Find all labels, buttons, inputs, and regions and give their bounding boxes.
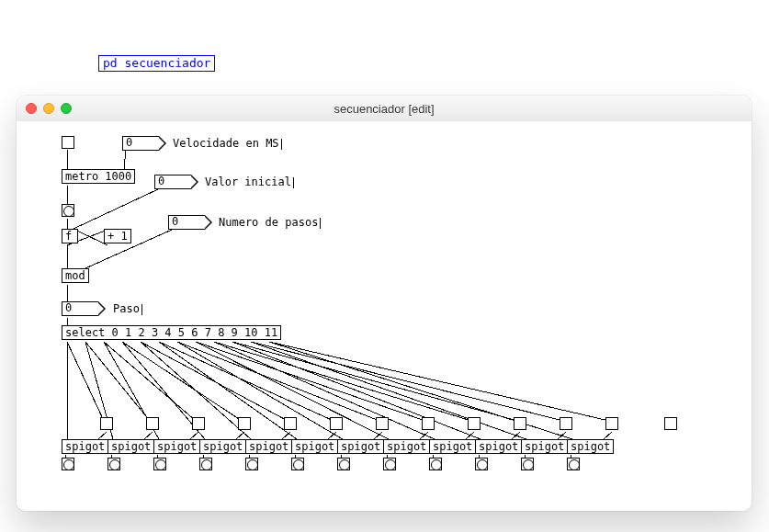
titlebar[interactable]: secuenciador [edit] — [17, 96, 752, 122]
spigot-object-5[interactable]: spigot — [291, 439, 338, 454]
svg-line-43 — [282, 432, 290, 439]
spigot-object-11[interactable]: spigot — [567, 439, 614, 454]
svg-line-5 — [74, 229, 107, 245]
svg-line-25 — [104, 342, 196, 421]
svg-line-39 — [190, 432, 198, 439]
initial-value-numbox[interactable]: 0 — [154, 175, 191, 189]
f-object[interactable]: f — [62, 229, 78, 243]
paso-numbox[interactable]: 0 — [62, 301, 98, 316]
step-toggle-5[interactable] — [330, 417, 343, 430]
steps-numbox[interactable]: 0 — [168, 215, 205, 230]
svg-line-55 — [558, 432, 566, 439]
metro-object[interactable]: metro 1000 — [62, 169, 135, 184]
spigot-object-2[interactable]: spigot — [153, 439, 200, 454]
paso-label: Paso — [113, 303, 142, 315]
spigot-object-3[interactable]: spigot — [199, 439, 246, 454]
step-toggle-0[interactable] — [100, 417, 113, 430]
step-toggle-7[interactable] — [422, 417, 435, 430]
step-bang-4[interactable] — [245, 458, 258, 470]
step-bang-9[interactable] — [475, 458, 488, 470]
svg-line-34 — [269, 342, 609, 421]
svg-line-51 — [466, 432, 474, 439]
svg-line-26 — [122, 342, 242, 421]
maximize-icon[interactable] — [61, 103, 72, 114]
svg-line-20 — [232, 342, 481, 439]
step-bang-1[interactable] — [107, 458, 120, 470]
window-title: secuenciador [edit] — [17, 102, 752, 116]
step-bang-6[interactable] — [337, 458, 350, 470]
step-bang-8[interactable] — [429, 458, 442, 470]
step-bang-11[interactable] — [567, 458, 580, 470]
extra-step-toggle[interactable] — [664, 417, 677, 430]
spigot-object-10[interactable]: spigot — [521, 439, 568, 454]
velocity-label: Velocidade en MS — [173, 138, 282, 150]
plus1-object[interactable]: + 1 — [104, 229, 131, 243]
step-toggle-4[interactable] — [284, 417, 297, 430]
spigot-object-0[interactable]: spigot — [62, 439, 108, 454]
svg-line-31 — [214, 342, 471, 421]
svg-line-27 — [141, 342, 288, 421]
svg-line-33 — [251, 342, 563, 421]
svg-line-32 — [232, 342, 517, 421]
svg-line-57 — [604, 432, 612, 439]
svg-line-28 — [159, 342, 334, 421]
select-object[interactable]: select 0 1 2 3 4 5 6 7 8 9 10 11 — [62, 325, 281, 340]
step-toggle-11[interactable] — [605, 417, 618, 430]
svg-line-30 — [196, 342, 425, 421]
step-bang-0[interactable] — [62, 458, 74, 470]
spigot-object-6[interactable]: spigot — [337, 439, 384, 454]
step-toggle-6[interactable] — [376, 417, 389, 430]
spigot-object-8[interactable]: spigot — [429, 439, 476, 454]
step-toggle-8[interactable] — [468, 417, 481, 430]
svg-line-53 — [512, 432, 520, 439]
svg-line-41 — [236, 432, 244, 439]
svg-line-35 — [98, 432, 107, 439]
svg-line-49 — [420, 432, 428, 439]
step-bang-3[interactable] — [199, 458, 212, 470]
step-bang-5[interactable] — [291, 458, 304, 470]
spigot-object-4[interactable]: spigot — [245, 439, 292, 454]
svg-line-16 — [159, 342, 297, 439]
step-toggle-3[interactable] — [238, 417, 251, 430]
svg-line-22 — [269, 342, 572, 439]
step-toggle-9[interactable] — [514, 417, 526, 430]
initial-value-label: Valor inicial — [205, 176, 294, 188]
svg-line-23 — [67, 342, 104, 421]
svg-line-47 — [374, 432, 382, 439]
spigot-object-7[interactable]: spigot — [383, 439, 430, 454]
close-icon[interactable] — [26, 103, 37, 114]
svg-line-4 — [74, 189, 158, 229]
metro-toggle[interactable] — [62, 136, 74, 149]
spigot-object-9[interactable]: spigot — [475, 439, 522, 454]
patch-canvas[interactable]: 0 Velocidade en MS metro 1000 0 Valor in… — [17, 121, 752, 511]
step-bang-10[interactable] — [521, 458, 534, 470]
step-toggle-10[interactable] — [560, 417, 572, 430]
mod-object[interactable]: mod — [62, 268, 89, 283]
step-bang-2[interactable] — [153, 458, 166, 470]
step-toggle-1[interactable] — [146, 417, 159, 430]
subpatch-box[interactable]: pd secuenciador — [98, 55, 215, 72]
svg-line-1 — [124, 150, 126, 169]
svg-line-29 — [177, 342, 379, 421]
svg-line-24 — [85, 342, 150, 421]
steps-label: Numero de pasos — [219, 217, 321, 229]
svg-line-37 — [144, 432, 153, 439]
svg-line-45 — [328, 432, 336, 439]
minimize-icon[interactable] — [43, 103, 54, 114]
velocity-numbox[interactable]: 0 — [122, 136, 159, 151]
step-bang-7[interactable] — [383, 458, 396, 470]
subpatch-window: secuenciador [edit] — [17, 96, 752, 511]
metro-bang[interactable] — [62, 204, 74, 217]
spigot-object-1[interactable]: spigot — [107, 439, 154, 454]
step-toggle-2[interactable] — [192, 417, 205, 430]
